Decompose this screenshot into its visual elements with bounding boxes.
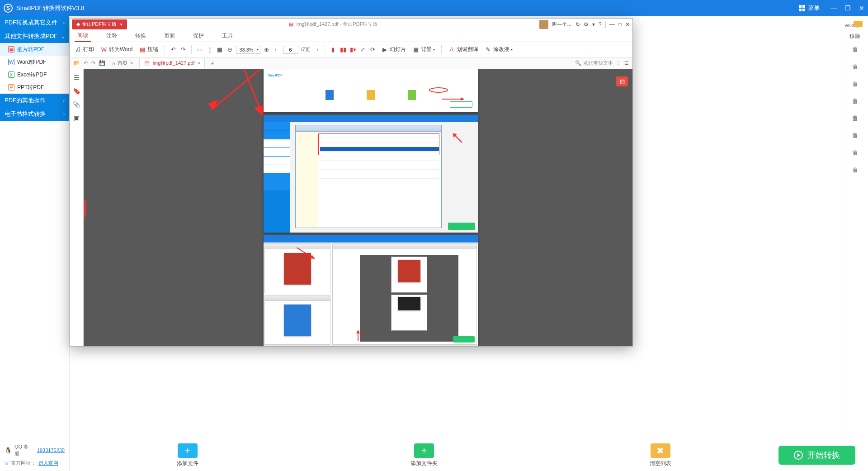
tab-file[interactable]: ▤ img转pdf_1427.pdf ✕ xyxy=(139,58,205,69)
app-title: SmallPDF转换器软件V3.8 xyxy=(16,4,793,12)
page-input[interactable] xyxy=(283,46,298,54)
redo-button[interactable]: ↷ xyxy=(179,46,187,53)
trash-icon[interactable]: 🗑 xyxy=(852,63,858,70)
sidebar-cat-label: 电子书格式转换 xyxy=(5,110,46,118)
chevron-right-icon: › xyxy=(63,98,65,103)
sidebar-item-image-to-pdf[interactable]: ▣ 图片转PDF xyxy=(0,43,69,56)
close-button[interactable]: ✕ xyxy=(625,21,630,28)
skin-icon[interactable]: ▾ xyxy=(592,21,595,28)
add-file-icon: ＋ xyxy=(178,443,198,458)
slideshow-button[interactable]: ▶幻灯片 xyxy=(379,44,408,55)
qq-link[interactable]: 1933175230 xyxy=(37,447,65,453)
close-icon[interactable]: ✕ xyxy=(197,61,201,66)
float-tool-icon[interactable]: ▤ xyxy=(616,76,628,86)
forward-icon[interactable]: ↷ xyxy=(90,59,96,67)
sidebar-cat-other-to-pdf[interactable]: 其他文件转换成PDF ⌄ xyxy=(0,29,69,43)
clear-icon: ✖ xyxy=(651,443,670,458)
compress-icon: ▤ xyxy=(139,46,146,53)
close-icon[interactable]: ✕ xyxy=(130,61,133,66)
background-button[interactable]: ▦背景▾ xyxy=(410,44,437,55)
desktop-folder-icon[interactable] xyxy=(854,21,863,27)
menu-convert[interactable]: 转换 xyxy=(132,30,149,42)
trash-icon[interactable]: 🗑 xyxy=(852,132,858,139)
single-page-icon[interactable]: ▮ xyxy=(330,46,337,53)
bottom-bar: ＋ 添加文件 ＋ 添加文件夹 ✖ 清空列表 开始转换 xyxy=(70,439,868,471)
sidebar: PDF转换成其它文件 › 其他文件转换成PDF ⌄ ▣ 图片转PDF W Wor… xyxy=(0,16,70,471)
menu-annotate[interactable]: 注释 xyxy=(104,30,120,42)
sidebar-item-label: Word转PDF xyxy=(17,58,46,66)
list-icon[interactable]: ☰ xyxy=(623,59,630,67)
trash-icon[interactable]: 🗑 xyxy=(852,97,858,105)
site-link[interactable]: 进入官网 xyxy=(38,460,58,466)
outline-icon[interactable]: ☰ xyxy=(74,74,80,81)
sidebar-item-excel-to-pdf[interactable]: X Excel转PDF xyxy=(0,68,69,81)
page-canvas[interactable]: ▤ SmallPDF xyxy=(84,69,632,346)
folder-open-icon[interactable]: 📂 xyxy=(73,59,81,67)
fit-page-icon[interactable]: ▯ xyxy=(206,46,213,53)
username: 叫—个… xyxy=(552,21,572,28)
translate-icon: A xyxy=(448,46,455,53)
maximize-button[interactable]: ❐ xyxy=(845,5,851,12)
help-icon[interactable]: ? xyxy=(599,21,602,28)
sidebar-cat-pdf-to-other[interactable]: PDF转换成其它文件 › xyxy=(0,16,69,29)
add-file-button[interactable]: ＋ 添加文件 xyxy=(70,443,306,467)
erase-icon: ✎ xyxy=(485,46,492,53)
sidebar-cat-ebook-convert[interactable]: 电子书格式转换 › xyxy=(0,107,69,121)
to-word-button[interactable]: W转为Word xyxy=(99,44,134,55)
compress-button[interactable]: ▤压缩 xyxy=(137,44,160,55)
remove-column: 移除 🗑 🗑 🗑 🗑 🗑 🗑 🗑 🗑 xyxy=(841,30,868,436)
minimize-button[interactable]: — xyxy=(830,5,837,12)
app-titlebar: S SmallPDF转换器软件V3.8 菜单 — ❐ ✕ xyxy=(0,0,868,16)
back-icon[interactable]: ↶ xyxy=(83,59,89,67)
trash-icon[interactable]: 🗑 xyxy=(852,114,858,122)
zoom-out-button[interactable]: ⊖ xyxy=(226,46,233,53)
save-icon[interactable]: 💾 xyxy=(98,59,106,67)
two-page-icon[interactable]: ▮▮ xyxy=(340,46,347,53)
add-folder-button[interactable]: ＋ 添加文件夹 xyxy=(306,443,542,467)
menu-page[interactable]: 页面 xyxy=(161,30,178,42)
thumbnails-icon[interactable]: ▦ xyxy=(216,46,223,53)
search-hint[interactable]: 🔍 点此查找文本 xyxy=(575,60,613,67)
add-tab-button[interactable]: ＋ xyxy=(207,59,218,67)
menu-protect[interactable]: 保护 xyxy=(190,30,207,42)
trash-icon[interactable]: 🗑 xyxy=(852,149,858,156)
close-button[interactable]: ✕ xyxy=(859,5,864,12)
minimize-button[interactable]: — xyxy=(609,21,615,28)
undo-button[interactable]: ↶ xyxy=(170,46,177,53)
print-button[interactable]: 🖨打印 xyxy=(73,44,96,55)
tab-home[interactable]: ⌂ 首页 ✕ xyxy=(108,58,137,68)
start-convert-button[interactable]: 开始转换 xyxy=(778,446,855,465)
menu-read[interactable]: 阅读 xyxy=(75,30,91,42)
gear-icon[interactable]: ⚙ xyxy=(584,21,589,28)
menu-tools[interactable]: 工具 xyxy=(219,30,236,42)
menu-button[interactable]: 菜单 xyxy=(793,4,826,12)
fullscreen-icon[interactable]: ⤢ xyxy=(359,46,367,53)
refresh-icon[interactable]: ↻ xyxy=(576,21,580,28)
translate-button[interactable]: A划词翻译 xyxy=(446,44,480,55)
clear-list-button[interactable]: ✖ 清空列表 xyxy=(542,443,778,467)
continuous-icon[interactable]: ▮▾ xyxy=(349,46,357,53)
rotate-icon[interactable]: ⟳ xyxy=(369,46,377,53)
sidebar-item-ppt-to-pdf[interactable]: P PPT转PDF xyxy=(0,81,69,94)
next-page-button[interactable]: → xyxy=(313,46,320,53)
bookmark-icon[interactable]: 🔖 xyxy=(73,87,80,95)
avatar[interactable] xyxy=(539,20,548,29)
sidebar-item-word-to-pdf[interactable]: W Word转PDF xyxy=(0,56,69,68)
sidebar-footer: 🐧 QQ 客服： 1933175230 ⌂ 官方网址： 进入官网 xyxy=(0,436,69,471)
fit-width-icon[interactable]: ▭ xyxy=(196,46,203,53)
sidebar-item-label: PPT转PDF xyxy=(17,84,44,91)
trash-icon[interactable]: 🗑 xyxy=(852,166,858,173)
trash-icon[interactable]: 🗑 xyxy=(852,46,858,53)
zoom-in-button[interactable]: ⊕ xyxy=(263,46,270,53)
zoom-select[interactable]: 33.3% xyxy=(236,46,260,54)
more-icon[interactable]: ⋮ xyxy=(615,59,622,67)
erase-button[interactable]: ✎涂改液▾ xyxy=(483,44,514,55)
trash-icon[interactable]: 🗑 xyxy=(852,80,858,87)
sidebar-cat-pdf-other-ops[interactable]: PDF的其他操作 › xyxy=(0,94,69,107)
prev-page-button[interactable]: ← xyxy=(273,46,280,53)
attach-icon[interactable]: 📎 xyxy=(73,101,80,108)
drag-handle[interactable] xyxy=(84,200,86,217)
app-badge[interactable]: ◆ 金山PDF独立版 xyxy=(72,19,127,29)
stamp-icon[interactable]: ▣ xyxy=(74,114,80,122)
maximize-button[interactable]: □ xyxy=(618,21,622,28)
